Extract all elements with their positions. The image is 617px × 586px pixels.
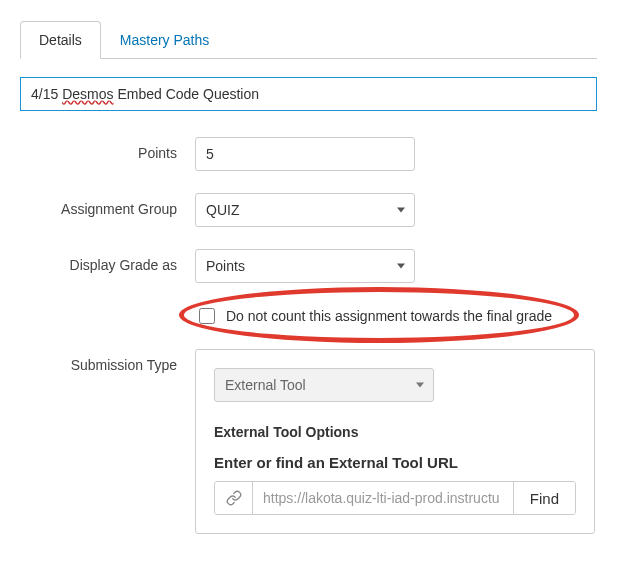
title-pre: 4/15 [31, 86, 62, 102]
title-post: Embed Code Question [114, 86, 260, 102]
assignment-group-label: Assignment Group [20, 193, 195, 217]
tab-mastery-paths[interactable]: Mastery Paths [101, 21, 228, 59]
points-label: Points [20, 137, 195, 161]
display-grade-select[interactable]: Points [195, 249, 415, 283]
submission-type-label: Submission Type [20, 349, 195, 373]
title-spell: Desmos [62, 86, 113, 102]
display-grade-label: Display Grade as [20, 249, 195, 273]
submission-type-box: External Tool External Tool Options Ente… [195, 349, 595, 534]
assignment-title-input[interactable]: 4/15 Desmos Embed Code Question [20, 77, 597, 111]
do-not-count-checkbox[interactable] [199, 308, 215, 324]
submission-type-select[interactable]: External Tool [214, 368, 434, 402]
tabs: Details Mastery Paths [20, 20, 597, 59]
do-not-count-wrap [195, 305, 218, 327]
external-tool-url-title: Enter or find an External Tool URL [214, 454, 576, 471]
assignment-group-select[interactable]: QUIZ [195, 193, 415, 227]
do-not-count-label: Do not count this assignment towards the… [226, 308, 552, 324]
points-input[interactable] [195, 137, 415, 171]
link-icon [215, 482, 253, 514]
external-tool-url-input[interactable] [253, 482, 513, 514]
external-tool-options-title: External Tool Options [214, 424, 576, 440]
find-button[interactable]: Find [513, 482, 575, 514]
tab-details[interactable]: Details [20, 21, 101, 59]
